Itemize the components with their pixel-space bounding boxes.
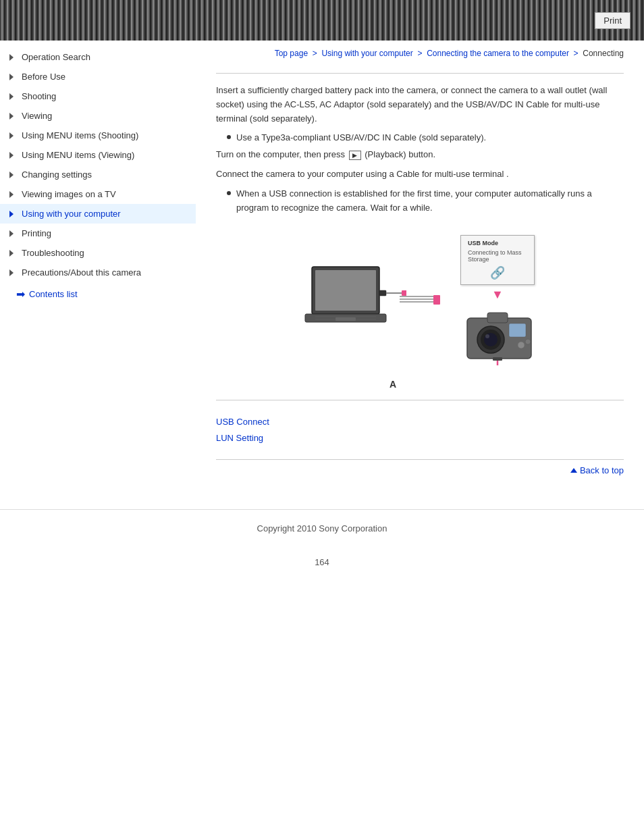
- sidebar-label: Using MENU items (Shooting): [22, 130, 138, 140]
- sidebar-label: Shooting: [22, 91, 56, 101]
- usb-dialog: USB Mode Connecting to Mass Storage 🔗: [460, 235, 535, 285]
- label-a: A: [390, 379, 396, 390]
- bullet-text-1: Use a Type3a-compliant USB/AV/DC IN Cabl…: [236, 131, 486, 145]
- para3-text: Connect the camera to your computer usin…: [216, 169, 504, 179]
- arrow-icon: [9, 74, 16, 80]
- arrow-icon: [9, 230, 16, 237]
- arrow-icon: [9, 113, 16, 120]
- svg-rect-19: [509, 323, 526, 337]
- breadcrumb: Top page > Using with your computer > Co…: [216, 47, 624, 59]
- sidebar-label: Before Use: [22, 72, 65, 82]
- usb-dialog-subtitle: Connecting to Mass Storage: [468, 249, 527, 263]
- sidebar-item-printing[interactable]: Printing: [0, 224, 196, 243]
- bottom-links: USB Connect LUN Setting: [216, 414, 624, 446]
- diagram-area: USB Mode Connecting to Mass Storage 🔗 ▼: [216, 228, 624, 372]
- playback-icon: ▶: [349, 151, 361, 160]
- page-number: 164: [0, 557, 644, 567]
- arrow-icon: [9, 172, 16, 178]
- contents-link-label: Contents list: [29, 289, 78, 299]
- svg-rect-22: [493, 357, 502, 361]
- sidebar-item-shooting[interactable]: Shooting: [0, 86, 196, 106]
- arrow-icon: [9, 211, 16, 217]
- arrow-icon: [9, 152, 16, 159]
- sidebar-item-using-computer[interactable]: Using with your computer: [0, 204, 196, 224]
- bullet-item-1: Use a Type3a-compliant USB/AV/DC IN Cabl…: [227, 131, 624, 145]
- svg-rect-5: [336, 317, 356, 321]
- arrow-right-icon: ➡: [16, 288, 25, 301]
- sidebar-label: Precautions/About this camera: [22, 267, 141, 278]
- content-area: Top page > Using with your computer > Co…: [196, 41, 644, 496]
- sidebar-item-troubleshooting[interactable]: Troubleshooting: [0, 243, 196, 263]
- arrow-icon: [9, 269, 16, 276]
- page-footer: Copyright 2010 Sony Corporation: [0, 509, 644, 547]
- laptop-cable-group: [298, 260, 433, 341]
- svg-rect-12: [433, 295, 440, 305]
- para2-prefix: Turn on the computer, then press: [216, 149, 348, 159]
- bullet-dot-1: [227, 135, 231, 139]
- para3-period: .: [506, 169, 509, 179]
- sidebar-item-before-use[interactable]: Before Use: [0, 67, 196, 86]
- sidebar-label: Troubleshooting: [22, 248, 84, 258]
- top-divider: [216, 73, 624, 74]
- svg-point-18: [485, 334, 489, 338]
- breadcrumb-current: Connecting: [583, 49, 624, 58]
- print-button[interactable]: Print: [595, 12, 630, 29]
- label-a-container: A: [162, 379, 624, 390]
- arrow-icon: [9, 54, 16, 61]
- bullet-dot-2: [227, 191, 231, 195]
- svg-point-20: [518, 342, 525, 348]
- usb-dialog-icon: 🔗: [468, 265, 527, 280]
- sidebar-item-operation-search[interactable]: Operation Search: [0, 47, 196, 67]
- sidebar-label: Viewing images on a TV: [22, 189, 116, 199]
- usb-connect-link[interactable]: USB Connect: [216, 414, 624, 429]
- arrow-icon: [9, 191, 16, 198]
- sidebar-item-viewing[interactable]: Viewing: [0, 106, 196, 126]
- triangle-up-icon: [570, 468, 577, 473]
- arrow-icon: [9, 93, 16, 100]
- contents-list-link[interactable]: ➡ Contents list: [0, 282, 196, 306]
- bullet-item-2: When a USB connection is established for…: [227, 187, 624, 215]
- cable-svg: [400, 287, 440, 314]
- sidebar-label: Using MENU items (Viewing): [22, 150, 134, 160]
- back-to-top-label: Back to top: [580, 465, 624, 475]
- sidebar-item-menu-shooting[interactable]: Using MENU items (Shooting): [0, 126, 196, 145]
- usb-dialog-title: USB Mode: [468, 240, 527, 246]
- bullet-text-2: When a USB connection is established for…: [236, 187, 624, 215]
- header-bar: Print: [0, 0, 644, 41]
- sidebar: Operation Search Before Use Shooting Vie…: [0, 41, 196, 496]
- sidebar-label: Operation Search: [22, 52, 90, 62]
- back-to-top-button[interactable]: Back to top: [570, 465, 624, 475]
- sidebar-item-precautions[interactable]: Precautions/About this camera: [0, 263, 196, 282]
- camera-svg: [454, 305, 541, 365]
- svg-rect-14: [487, 313, 508, 323]
- copyright-text: Copyright 2010 Sony Corporation: [257, 523, 387, 533]
- sidebar-label: Changing settings: [22, 170, 92, 180]
- breadcrumb-top[interactable]: Top page: [275, 49, 308, 58]
- sidebar-label: Using with your computer: [22, 209, 121, 219]
- sidebar-item-changing-settings[interactable]: Changing settings: [0, 165, 196, 184]
- lun-setting-link[interactable]: LUN Setting: [216, 430, 624, 446]
- bottom-footer: Back to top: [216, 459, 624, 475]
- para2-suffix: (Playback) button.: [365, 149, 435, 159]
- arrow-icon: [9, 250, 16, 257]
- paragraph-3: Connect the camera to your computer usin…: [216, 167, 624, 182]
- laptop-svg: [298, 260, 406, 341]
- camera-dialog-group: USB Mode Connecting to Mass Storage 🔗 ▼: [454, 235, 541, 365]
- paragraph-1: Insert a sufficiently charged battery pa…: [216, 84, 624, 126]
- down-arrow-icon: ▼: [491, 288, 504, 302]
- svg-point-21: [525, 339, 531, 344]
- svg-rect-6: [379, 290, 386, 296]
- svg-rect-1: [315, 270, 376, 311]
- sidebar-item-menu-viewing[interactable]: Using MENU items (Viewing): [0, 145, 196, 165]
- sidebar-label: Viewing: [22, 111, 52, 121]
- breadcrumb-using-computer[interactable]: Using with your computer: [321, 49, 412, 58]
- main-layout: Operation Search Before Use Shooting Vie…: [0, 41, 644, 496]
- paragraph-2: Turn on the computer, then press ▶ (Play…: [216, 148, 624, 162]
- sidebar-item-viewing-tv[interactable]: Viewing images on a TV: [0, 184, 196, 204]
- sidebar-label: Printing: [22, 228, 51, 238]
- arrow-icon: [9, 132, 16, 139]
- bottom-content-divider: [216, 400, 624, 400]
- breadcrumb-connecting[interactable]: Connecting the camera to the computer: [427, 49, 569, 58]
